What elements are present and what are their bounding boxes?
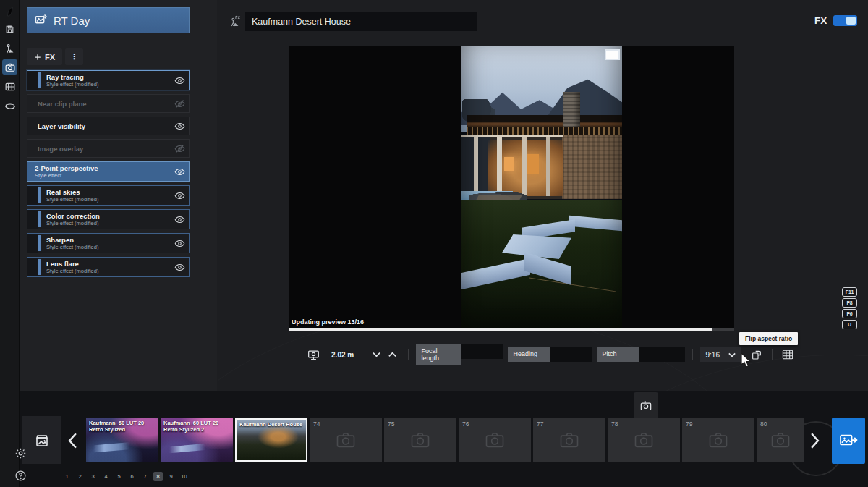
panorama-mode-icon[interactable] bbox=[2, 98, 17, 114]
effect-item-layer-visibility[interactable]: Layer visibility bbox=[27, 117, 190, 135]
help-icon[interactable] bbox=[14, 470, 27, 482]
effect-title: Image overlay bbox=[38, 145, 166, 153]
thumbnail-photo[interactable]: Kaufmann_60 LUT 20 Retro Stylized bbox=[86, 418, 158, 462]
eye-icon[interactable] bbox=[170, 75, 189, 86]
eye-off-icon[interactable] bbox=[170, 98, 189, 109]
fx-toggle-label: FX bbox=[814, 15, 827, 26]
slot-number: 77 bbox=[537, 420, 543, 428]
focal-length-input[interactable] bbox=[461, 344, 503, 359]
effect-item-2-point-perspective[interactable]: 2-Point perspectiveStyle effect bbox=[27, 161, 190, 182]
fx-toggle-switch[interactable] bbox=[833, 15, 857, 26]
page-number-current[interactable]: 8 bbox=[153, 472, 163, 481]
effect-item-near-clip-plane[interactable]: Near clip plane bbox=[27, 94, 190, 113]
preview-photo bbox=[461, 46, 622, 329]
thumbnail-empty-slot[interactable]: 76 bbox=[459, 418, 531, 462]
add-fx-button[interactable]: FX bbox=[27, 48, 62, 65]
effect-item-image-overlay[interactable]: Image overlay bbox=[27, 139, 190, 158]
camera-icon bbox=[336, 432, 355, 448]
eye-icon[interactable] bbox=[170, 262, 189, 273]
eye-icon[interactable] bbox=[170, 190, 189, 201]
slot-number: 79 bbox=[686, 420, 692, 428]
effect-title: Lens flare bbox=[46, 260, 166, 268]
chevron-down-icon[interactable] bbox=[369, 347, 385, 363]
eye-icon[interactable] bbox=[170, 238, 189, 249]
thumbnail-empty-slot[interactable]: 79 bbox=[682, 418, 754, 462]
settings-gear-icon[interactable] bbox=[14, 447, 27, 460]
take-photo-tab[interactable] bbox=[634, 392, 658, 418]
page-number[interactable]: 2 bbox=[75, 472, 85, 481]
effect-item-sharpen[interactable]: SharpenStyle effect (modified) bbox=[27, 233, 190, 253]
shortcut-badge: F6 bbox=[842, 309, 857, 318]
preset-title: RT Day bbox=[54, 14, 90, 27]
eye-icon[interactable] bbox=[170, 214, 189, 225]
thumbnail-empty-slot[interactable]: 74 bbox=[310, 418, 382, 462]
effect-item-ray-tracing[interactable]: Ray tracingStyle effect (modified) bbox=[27, 70, 190, 90]
page-number[interactable]: 5 bbox=[114, 472, 124, 481]
camera-icon bbox=[411, 432, 430, 448]
effect-title: Color correction bbox=[46, 212, 166, 220]
page-number[interactable]: 6 bbox=[127, 472, 137, 481]
preset-header[interactable]: RT Day bbox=[27, 7, 190, 33]
aspect-ratio-select[interactable]: 9:16 bbox=[700, 347, 741, 362]
drag-handle[interactable] bbox=[27, 186, 38, 205]
thumbnail-photo-selected[interactable]: Kaufmann Desert House bbox=[235, 418, 307, 462]
effect-item-real-skies[interactable]: Real skiesStyle effect (modified) bbox=[27, 185, 190, 206]
eye-icon[interactable] bbox=[170, 121, 189, 132]
effect-title: 2-Point perspective bbox=[35, 164, 166, 172]
eye-icon[interactable] bbox=[170, 166, 189, 177]
slot-number: 78 bbox=[611, 420, 618, 428]
thumbnail-empty-slot[interactable]: 75 bbox=[384, 418, 456, 462]
grid-overlay-button[interactable] bbox=[780, 347, 796, 363]
thumbnail-empty-slot[interactable]: 78 bbox=[608, 418, 680, 462]
focal-length-field[interactable]: Focal length bbox=[416, 344, 503, 365]
drag-handle[interactable] bbox=[27, 234, 38, 253]
thumbnail-photo[interactable]: Kaufmann_60 LUT 20 Retro Stylized 2 bbox=[161, 418, 233, 462]
effect-item-lens-flare[interactable]: Lens flareStyle effect (modified) bbox=[27, 257, 190, 277]
page-number[interactable]: 4 bbox=[101, 472, 111, 481]
camera-icon bbox=[634, 432, 653, 448]
build-mode-icon[interactable] bbox=[2, 41, 17, 56]
page-number[interactable]: 10 bbox=[179, 472, 189, 481]
camera-height-value[interactable]: 2.02 m bbox=[331, 351, 368, 359]
photo-mode-icon[interactable] bbox=[2, 59, 17, 75]
shortcut-badges: F11 F8 F6 U bbox=[842, 287, 857, 329]
camera-icon bbox=[709, 432, 728, 448]
flip-aspect-tooltip: Flip aspect ratio bbox=[739, 332, 798, 345]
page-number[interactable]: 3 bbox=[88, 472, 98, 481]
page-number[interactable]: 9 bbox=[166, 472, 176, 481]
chevron-up-icon[interactable] bbox=[385, 347, 401, 363]
thumbnail-empty-slot[interactable]: 80 bbox=[757, 418, 804, 462]
photo-vignette bbox=[461, 46, 622, 329]
photo-name-input[interactable]: Kaufmann Desert House bbox=[245, 12, 477, 31]
heading-field[interactable]: Heading bbox=[508, 347, 592, 362]
thumbnail-label: Kaufmann_60 LUT 20 Retro Stylized bbox=[89, 420, 156, 433]
effects-panel: RT Day FX ⋮ Ray tracingStyle effect (mod… bbox=[20, 0, 217, 391]
photo-export-icon bbox=[839, 433, 858, 449]
thumbnail-empty-slot[interactable]: 77 bbox=[533, 418, 605, 462]
pitch-field[interactable]: Pitch bbox=[597, 347, 685, 362]
page-number[interactable]: 7 bbox=[140, 472, 150, 481]
render-photo-button[interactable] bbox=[832, 418, 865, 464]
effect-subtitle: Style effect (modified) bbox=[46, 220, 166, 226]
effect-item-color-correction[interactable]: Color correctionStyle effect (modified) bbox=[27, 209, 190, 229]
eye-off-icon[interactable] bbox=[170, 143, 189, 154]
mode-rail bbox=[0, 0, 20, 487]
fx-more-button[interactable]: ⋮ bbox=[65, 48, 83, 65]
preview-corner-button[interactable] bbox=[605, 49, 620, 60]
drag-handle[interactable] bbox=[27, 210, 38, 229]
toggle-knob bbox=[846, 17, 856, 25]
filmstrip-prev-button[interactable] bbox=[68, 433, 77, 449]
photo-stack-button[interactable] bbox=[22, 416, 61, 464]
page-number[interactable]: 1 bbox=[62, 472, 72, 481]
lumion-logo-icon[interactable] bbox=[2, 4, 17, 19]
effect-title: Ray tracing bbox=[46, 73, 166, 81]
filmstrip-next-button[interactable] bbox=[810, 433, 820, 449]
heading-input[interactable] bbox=[550, 347, 592, 362]
save-icon[interactable] bbox=[2, 22, 17, 37]
drag-handle[interactable] bbox=[27, 71, 38, 90]
preview-status-text: Updating preview 13/16 bbox=[289, 318, 734, 326]
preview-progress-fill bbox=[289, 328, 712, 331]
pitch-input[interactable] bbox=[639, 347, 685, 362]
drag-handle[interactable] bbox=[27, 258, 38, 276]
movie-mode-icon[interactable] bbox=[2, 79, 17, 94]
